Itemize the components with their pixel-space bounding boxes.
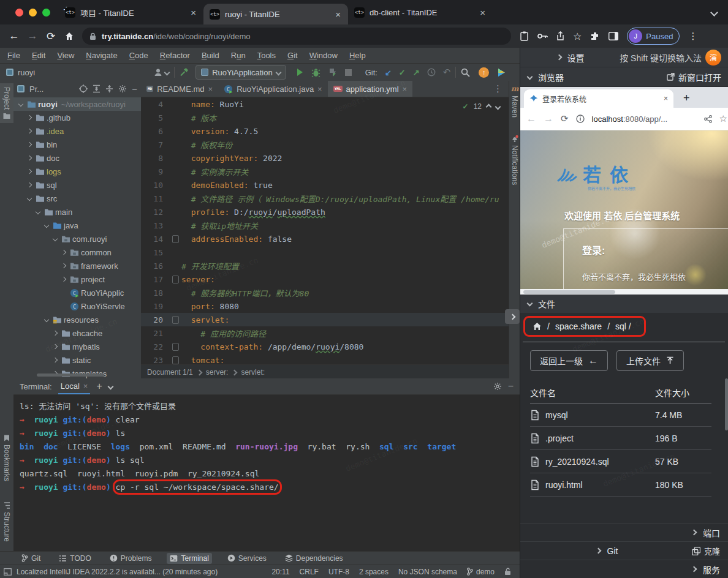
locate-icon[interactable] — [79, 84, 88, 93]
tree-chevron-icon[interactable] — [25, 197, 34, 200]
line-ending[interactable]: CRLF — [300, 568, 319, 576]
file-name[interactable]: ruoyi.html — [545, 480, 650, 490]
menu-item-code[interactable]: Code — [129, 51, 148, 60]
home-icon[interactable] — [60, 31, 78, 41]
tree-item-mybatis[interactable]: mybatis — [13, 340, 141, 353]
tool-stripe-structure[interactable]: Structure — [0, 502, 13, 542]
forward-icon[interactable]: → — [23, 30, 42, 42]
tree-chevron-icon[interactable] — [25, 183, 34, 187]
breadcrumb-item[interactable]: server: — [206, 368, 229, 377]
tree-item-src[interactable]: src — [13, 192, 141, 205]
close-tab-icon[interactable]: × — [208, 84, 213, 94]
close-icon[interactable]: × — [83, 381, 88, 391]
next-problem-icon[interactable] — [495, 103, 501, 110]
caret-position[interactable]: 20:11 — [271, 568, 289, 576]
extensions-puzzle-icon[interactable] — [590, 31, 600, 41]
terminal-dropdown-chevron-icon[interactable] — [107, 383, 113, 389]
settings-section-header[interactable]: 设置 按 Shift 键切换输入法 演 — [520, 48, 728, 67]
tool-stripe-project[interactable]: Project — [0, 83, 13, 123]
tree-chevron-icon[interactable] — [59, 264, 69, 268]
upload-file-button[interactable]: 上传文件 — [616, 350, 684, 371]
section-git[interactable]: Git克隆 — [520, 541, 728, 560]
hide-panel-minus-icon[interactable]: − — [132, 84, 137, 94]
ruoyi-login-page[interactable]: 若依 你若不离不弃，我必生死相依 欢迎使用 若依 后台管理系统 登录: 你若不离… — [520, 130, 728, 295]
minimize-window-button[interactable] — [29, 9, 37, 17]
zoom-window-button[interactable] — [42, 9, 50, 17]
tree-item--github[interactable]: .github — [13, 111, 141, 124]
expand-all-icon[interactable] — [93, 84, 100, 93]
editor-tab-readme-md[interactable]: MDREADME.md× — [141, 81, 218, 97]
tree-chevron-icon[interactable] — [25, 116, 34, 119]
login-box[interactable]: 登录: 你若不离不弃，我必生死相依 — [563, 228, 728, 292]
share-icon[interactable] — [556, 31, 564, 41]
inspection-widget[interactable]: ✓ 12 — [463, 102, 500, 111]
tool-stripe-maven[interactable]: m Maven — [509, 84, 520, 118]
back-icon[interactable]: ← — [5, 30, 23, 42]
project-widget[interactable]: ruoyi — [6, 68, 35, 77]
collapse-all-icon[interactable] — [105, 85, 113, 92]
section-服务[interactable]: 服务 — [520, 560, 728, 578]
profile-paused-badge[interactable]: J Paused — [627, 28, 680, 45]
tool-stripe-notifications[interactable]: Notifications — [509, 135, 520, 185]
file-row[interactable]: ruoyi.html180 KB — [530, 473, 711, 497]
build-hammer-icon[interactable] — [180, 67, 189, 77]
browser-tab[interactable]: <t>项目 - TitanIDE× — [59, 0, 203, 24]
browser-section-header[interactable]: 浏览器 新窗口打开 — [520, 67, 728, 87]
menu-item-build[interactable]: Build — [202, 51, 219, 60]
titanide-logo-icon[interactable] — [496, 67, 507, 78]
fold-marker[interactable] — [169, 235, 181, 243]
tree-item-ruoyiservle[interactable]: CRuoYiServle — [13, 299, 141, 313]
tab-search-chevron-icon[interactable] — [710, 9, 718, 17]
address-field[interactable]: try.titanide.cn/ide/web/coding/ruoyi/dem… — [82, 28, 511, 45]
file-row[interactable]: ry_20210924.sql57 KB — [530, 450, 711, 473]
indent-size[interactable]: 2 spaces — [359, 568, 389, 576]
tree-item-main[interactable]: main — [13, 205, 141, 219]
fold-marker[interactable] — [169, 276, 181, 283]
tree-chevron-icon[interactable] — [42, 318, 51, 321]
fold-marker[interactable] — [169, 316, 181, 324]
tree-item-common[interactable]: common — [13, 246, 141, 259]
clipboard-icon[interactable] — [520, 31, 529, 41]
share-icon[interactable] — [704, 115, 712, 123]
password-key-icon[interactable] — [537, 33, 548, 39]
git-branch-widget[interactable]: demo — [467, 568, 495, 576]
search-everywhere-icon[interactable] — [461, 68, 470, 77]
info-icon[interactable] — [576, 114, 585, 123]
debug-bug-icon[interactable] — [311, 68, 320, 77]
run-button[interactable] — [297, 69, 303, 76]
coverage-icon[interactable] — [328, 68, 337, 77]
tree-item-sql[interactable]: sql — [13, 178, 141, 192]
tool-window-button-services[interactable]: Services — [224, 553, 270, 564]
expand-panel-chevron-button[interactable] — [505, 309, 520, 324]
tool-window-switcher-icon[interactable] — [4, 568, 12, 576]
terminal-output[interactable]: ls: 无法访问 'sq': 没有那个文件或目录→ ruoyi git:(dem… — [13, 395, 520, 494]
close-tab-icon[interactable]: × — [479, 7, 487, 18]
tree-chevron-icon[interactable] — [59, 250, 69, 254]
file-row[interactable]: .project196 B — [530, 427, 711, 450]
close-tab-icon[interactable]: × — [317, 84, 322, 94]
file-row[interactable]: mysql7.4 MB — [530, 403, 711, 427]
scrollbar-thumb[interactable] — [523, 290, 615, 294]
menu-item-edit[interactable]: Edit — [32, 51, 45, 60]
prev-problem-icon[interactable] — [486, 103, 492, 110]
tree-item-ruoyiapplic[interactable]: CRuoYiApplic — [13, 286, 141, 299]
menu-item-window[interactable]: Window — [309, 51, 338, 60]
tree-chevron-icon[interactable] — [33, 210, 43, 214]
tool-stripe-bookmarks[interactable]: Bookmarks — [0, 435, 13, 481]
tree-chevron-icon[interactable] — [42, 223, 51, 227]
side-panel-icon[interactable] — [609, 32, 618, 40]
tree-chevron-icon[interactable] — [25, 170, 34, 173]
embedded-browser-tab[interactable]: 登录若依系统 × — [524, 89, 673, 108]
tool-window-button-terminal[interactable]: Terminal — [167, 553, 211, 564]
files-breadcrumb-annotated[interactable]: / space.share / sql / — [523, 316, 646, 337]
fold-marker[interactable] — [169, 356, 181, 364]
editor-tab-ruoyiapplication-java[interactable]: CRuoYiApplication.java× — [218, 81, 328, 97]
tree-item--idea[interactable]: .idea — [13, 124, 141, 138]
tree-item-java[interactable]: java — [13, 219, 141, 232]
tree-chevron-icon[interactable] — [50, 237, 60, 241]
close-icon[interactable]: × — [664, 94, 668, 103]
tree-item-templates[interactable]: templates — [13, 367, 141, 378]
tree-item-ruoyi[interactable]: ruoyi~/workspace/ruoyi — [13, 97, 141, 111]
breadcrumb-item[interactable]: Document 1/1 — [147, 368, 193, 377]
tool-window-button-todo[interactable]: TODO — [56, 553, 94, 564]
